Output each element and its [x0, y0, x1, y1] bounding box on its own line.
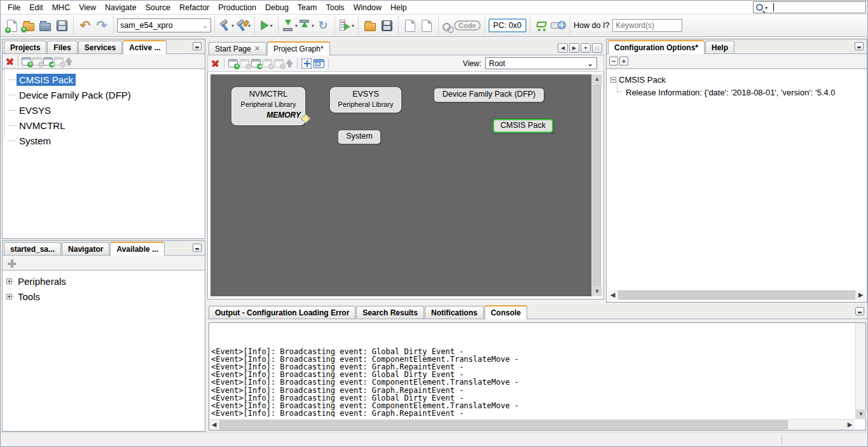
- tab-notifications[interactable]: Notifications: [425, 306, 484, 319]
- project-graph-canvas[interactable]: NVMCTRL Peripheral Library MEMORY EVSYS …: [210, 74, 591, 296]
- scroll-down-arrow-icon[interactable]: ▼: [856, 409, 866, 419]
- save-all-button[interactable]: [54, 17, 69, 34]
- import-component-button[interactable]: ➔: [251, 59, 261, 67]
- tree-item[interactable]: System: [8, 133, 205, 148]
- chevron-down-icon[interactable]: ▾: [270, 23, 273, 29]
- build-project-button[interactable]: ▾: [219, 17, 234, 34]
- chevron-down-icon[interactable]: ▾: [231, 23, 234, 29]
- scroll-tabs-right-button[interactable]: ▶: [569, 43, 579, 53]
- device-resource-button[interactable]: [551, 17, 566, 34]
- graph-node-system[interactable]: System: [338, 130, 380, 144]
- tab-console[interactable]: Console: [485, 305, 527, 319]
- scrollbar-thumb[interactable]: [593, 85, 601, 286]
- minimize-panel-button[interactable]: [193, 244, 202, 252]
- menu-item[interactable]: Help: [386, 1, 411, 14]
- graph-node-cmsis-pack[interactable]: CMSIS Pack: [493, 119, 553, 133]
- clean-and-build-button[interactable]: ▾: [235, 17, 251, 34]
- scroll-up-arrow-icon[interactable]: ▲: [592, 74, 602, 84]
- scroll-right-arrow-icon[interactable]: ▶: [856, 290, 865, 300]
- project-configuration-select[interactable]: sam_e54_xpro⌄: [117, 18, 211, 32]
- chevron-down-icon[interactable]: ▾: [765, 5, 768, 11]
- tree-item-label[interactable]: Tools: [15, 291, 43, 303]
- tree-item[interactable]: NVMCTRL: [8, 118, 205, 133]
- scroll-tabs-left-button[interactable]: ◀: [558, 43, 568, 53]
- canvas-vertical-scrollbar[interactable]: ▲ ▼: [591, 74, 602, 296]
- tab-help[interactable]: Help: [705, 41, 734, 53]
- expand-icon[interactable]: [6, 294, 12, 299]
- maximize-window-button[interactable]: □: [592, 43, 602, 53]
- tree-item-label[interactable]: System: [17, 135, 53, 147]
- menu-item[interactable]: Tools: [321, 1, 348, 14]
- expand-icon[interactable]: [6, 279, 12, 284]
- console-vertical-scrollbar[interactable]: ▼: [855, 323, 865, 419]
- open-folder-button[interactable]: [362, 17, 378, 34]
- minimize-panel-button[interactable]: [855, 307, 864, 315]
- tab-active[interactable]: Active ...: [123, 40, 167, 54]
- add-component-button[interactable]: +: [228, 59, 238, 67]
- embedded-store-button[interactable]: [534, 17, 549, 34]
- scroll-right-arrow-icon[interactable]: ▶: [845, 420, 855, 430]
- scroll-down-arrow-icon[interactable]: ▼: [592, 287, 602, 296]
- export-hex-button[interactable]: ➔: [403, 17, 418, 34]
- menu-item[interactable]: Debug: [261, 1, 293, 14]
- scrollbar-thumb[interactable]: [219, 420, 788, 429]
- add-component-button[interactable]: +: [22, 57, 31, 65]
- delete-node-button[interactable]: [210, 58, 220, 68]
- tab-files[interactable]: Files: [47, 41, 77, 53]
- quick-search-box[interactable]: ▾: [753, 1, 866, 13]
- menu-item[interactable]: Source: [141, 1, 175, 14]
- scroll-left-arrow-icon[interactable]: ◀: [608, 290, 617, 300]
- menu-item[interactable]: Window: [349, 1, 386, 14]
- tab-output-configuration-loading-error[interactable]: Output - Configuration Loading Error: [209, 306, 355, 319]
- tab-projects[interactable]: Projects: [4, 41, 46, 53]
- run-project-button[interactable]: ▾: [259, 17, 274, 34]
- minimize-panel-button[interactable]: [193, 42, 202, 50]
- tab-services[interactable]: Services: [78, 41, 122, 53]
- debug-main-project-button[interactable]: ▾: [339, 17, 354, 34]
- tab-list-dropdown-button[interactable]: ▾: [581, 43, 591, 53]
- read-device-memory-button[interactable]: ▾: [299, 17, 314, 34]
- import-component-button[interactable]: ➔: [43, 57, 53, 65]
- tree-item[interactable]: Peripherals: [6, 273, 205, 289]
- tab-started-sandbox[interactable]: started_sa...: [4, 242, 61, 255]
- console-horizontal-scrollbar[interactable]: ◀ ▶: [209, 419, 855, 430]
- console-log[interactable]: <Event>[Info]: Broadcasting event: Globa…: [211, 324, 854, 417]
- scrollbar-thumb[interactable]: [618, 291, 855, 299]
- tab-configuration-options[interactable]: Configuration Options*: [608, 40, 705, 54]
- menu-item[interactable]: Production: [214, 1, 261, 14]
- undo-button[interactable]: ↶: [78, 17, 93, 34]
- reset-device-button[interactable]: ↻: [315, 17, 331, 34]
- save-button[interactable]: [379, 17, 394, 34]
- menu-item[interactable]: Edit: [25, 1, 48, 14]
- collapse-all-button[interactable]: −: [609, 57, 618, 65]
- new-file-button[interactable]: +: [4, 17, 20, 34]
- center-view-icon[interactable]: [301, 58, 312, 69]
- menu-item[interactable]: View: [74, 1, 100, 14]
- tree-item-label[interactable]: Peripherals: [15, 275, 69, 287]
- chevron-down-icon[interactable]: ▾: [295, 23, 298, 29]
- import-hex-button[interactable]: ➔: [419, 17, 434, 34]
- delete-button[interactable]: [5, 57, 15, 66]
- menu-item[interactable]: File: [3, 1, 25, 14]
- collapse-icon[interactable]: [610, 77, 616, 83]
- view-select[interactable]: Root⌄: [485, 57, 597, 69]
- keyword-search-input[interactable]: [612, 19, 682, 32]
- chevron-down-icon[interactable]: ▾: [248, 23, 251, 29]
- tab-project-graph[interactable]: Project Graph*: [267, 41, 330, 55]
- tree-item[interactable]: EVSYS: [8, 102, 205, 118]
- window-layout-icon[interactable]: [313, 59, 324, 68]
- close-icon[interactable]: ✕: [254, 45, 260, 53]
- graph-node-dfp[interactable]: Device Family Pack (DFP): [434, 88, 544, 102]
- chevron-down-icon[interactable]: ▾: [352, 23, 354, 29]
- graph-node-evsys[interactable]: EVSYS Peripheral Library: [330, 87, 401, 113]
- tree-item[interactable]: CMSIS Pack: [8, 72, 205, 87]
- tree-item-label[interactable]: Device Family Pack (DFP): [17, 89, 134, 101]
- tab-start-page[interactable]: Start Page✕: [209, 42, 266, 55]
- menu-item[interactable]: MHC: [48, 1, 74, 14]
- menu-item[interactable]: Team: [293, 1, 322, 14]
- config-horizontal-scrollbar[interactable]: ◀ ▶: [608, 290, 865, 300]
- open-project-button[interactable]: [38, 17, 53, 34]
- redo-button[interactable]: ↷: [94, 17, 109, 34]
- minimize-panel-button[interactable]: [855, 42, 864, 50]
- graph-node-nvmctrl[interactable]: NVMCTRL Peripheral Library MEMORY: [231, 87, 305, 125]
